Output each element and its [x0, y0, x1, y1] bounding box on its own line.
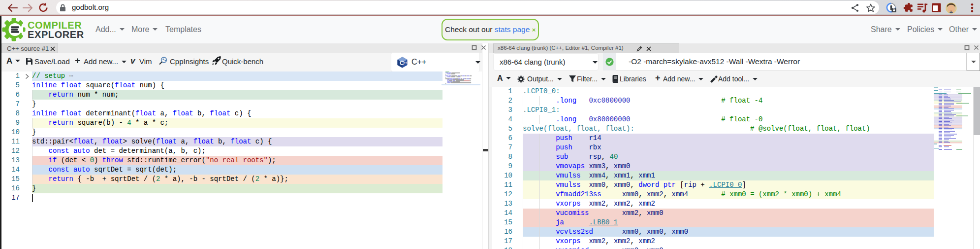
- svg-text:++: ++: [403, 61, 407, 65]
